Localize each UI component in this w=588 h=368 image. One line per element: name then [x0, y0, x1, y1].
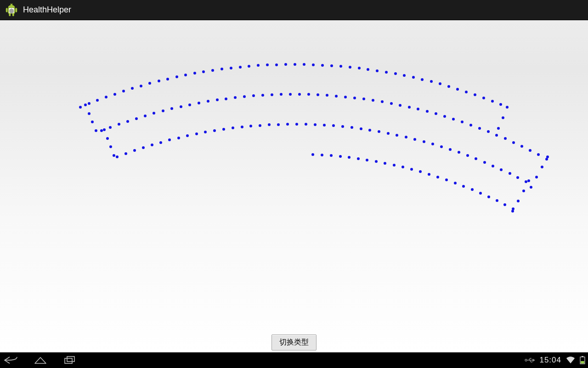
gesture-dot: [360, 127, 362, 130]
gesture-dot: [118, 123, 120, 126]
gesture-dot: [202, 70, 205, 73]
gesture-dot: [506, 106, 509, 109]
gesture-dot: [257, 64, 260, 67]
gesture-dot: [339, 155, 342, 158]
svg-rect-13: [581, 361, 584, 363]
gesture-dot: [535, 176, 538, 178]
gesture-dot: [525, 180, 527, 183]
gesture-dot: [91, 121, 94, 123]
home-button[interactable]: [32, 356, 49, 365]
action-bar: HealthHelper: [0, 0, 588, 20]
gesture-dot: [385, 71, 388, 74]
gesture-dot: [396, 134, 398, 137]
gesture-dot: [193, 72, 196, 75]
gesture-dot: [266, 63, 269, 66]
gesture-dot: [443, 115, 446, 118]
gesture-dot: [204, 131, 207, 133]
gesture-dot: [408, 106, 411, 109]
gesture-dot: [159, 141, 162, 144]
gesture-dot: [503, 203, 506, 206]
gesture-dot: [384, 162, 386, 165]
gesture-dot: [517, 200, 520, 202]
gesture-dot: [413, 138, 416, 141]
gesture-dot: [321, 154, 323, 156]
gesture-dot: [358, 67, 361, 69]
usb-icon: [525, 357, 535, 363]
gesture-dot: [311, 153, 314, 156]
gesture-dot: [106, 137, 109, 140]
gesture-dot: [198, 102, 200, 104]
gesture-dot: [537, 153, 540, 156]
gesture-dot: [458, 151, 460, 154]
gesture-dot: [177, 137, 180, 139]
gesture-dot: [326, 94, 328, 97]
gesture-dot: [323, 124, 326, 126]
gesture-dot: [426, 110, 429, 113]
gesture-dot: [321, 64, 324, 67]
gesture-dot: [475, 157, 477, 160]
recent-apps-button[interactable]: [62, 356, 78, 365]
gesture-dot: [84, 104, 87, 106]
app-icon: [5, 3, 18, 17]
gesture-dot: [399, 104, 401, 107]
switch-type-button[interactable]: 切换类型: [271, 334, 317, 351]
gesture-dot: [435, 112, 437, 115]
gesture-dot: [546, 155, 549, 158]
gesture-dot: [241, 126, 243, 128]
gesture-dot: [376, 69, 379, 72]
gesture-dot: [188, 104, 191, 106]
gesture-dot: [330, 64, 333, 67]
gesture-dot: [511, 210, 514, 213]
drawing-surface[interactable]: 切换类型: [0, 20, 588, 352]
gesture-dot: [504, 137, 507, 140]
gesture-dot: [148, 82, 151, 85]
gesture-dot: [195, 132, 198, 135]
gesture-dot: [421, 78, 424, 81]
gesture-dot: [158, 80, 160, 82]
gesture-dot: [95, 129, 97, 132]
nav-left-group: [3, 356, 78, 365]
gesture-dot: [496, 199, 498, 202]
gesture-dot: [445, 178, 448, 181]
gesture-dot: [410, 168, 413, 171]
gesture-dot: [211, 69, 214, 72]
gesture-dot: [116, 155, 119, 158]
gesture-dot: [252, 94, 255, 97]
gesture-dot: [261, 94, 264, 97]
svg-rect-5: [9, 12, 11, 16]
gesture-dot: [142, 146, 145, 149]
gesture-dot: [381, 100, 384, 103]
gesture-dot: [530, 186, 532, 189]
gesture-dot: [492, 165, 494, 167]
gesture-dot: [348, 156, 351, 159]
gesture-dot: [469, 124, 472, 126]
gesture-dot: [303, 63, 305, 66]
gesture-dot: [430, 80, 433, 83]
gesture-dot: [417, 108, 419, 110]
gesture-dot: [483, 161, 486, 164]
svg-rect-4: [15, 8, 17, 12]
gesture-dot: [168, 138, 171, 141]
gesture-dot: [284, 63, 287, 66]
gesture-dot: [447, 85, 450, 88]
gesture-dot: [151, 144, 153, 146]
gesture-dot: [362, 98, 365, 100]
gesture-dot: [491, 100, 494, 103]
svg-point-10: [525, 359, 527, 361]
gesture-dot: [216, 98, 219, 101]
status-area[interactable]: 15:04: [525, 356, 585, 365]
gesture-dot: [419, 170, 422, 173]
gesture-dot: [113, 154, 115, 157]
gesture-dots-layer: [0, 20, 588, 352]
back-button[interactable]: [3, 356, 19, 365]
gesture-dot: [405, 136, 407, 138]
gesture-dot: [412, 76, 415, 79]
svg-rect-8: [65, 358, 72, 363]
gesture-dot: [353, 97, 356, 99]
gesture-dot: [439, 82, 441, 85]
gesture-dot: [170, 107, 173, 110]
gesture-dot: [166, 78, 169, 80]
gesture-dot: [479, 192, 482, 195]
gesture-dot: [122, 90, 125, 92]
gesture-dot: [390, 102, 393, 105]
